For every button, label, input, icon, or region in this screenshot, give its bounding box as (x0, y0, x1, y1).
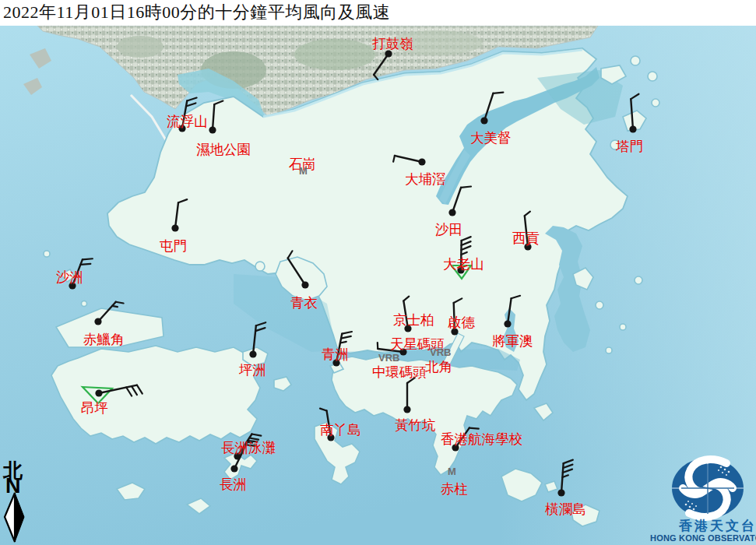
weather-map-page: 2022年11月01日16時00分的十分鐘平均風向及風速 北 N 香港天文台 H… (0, 0, 756, 545)
wind-barb-feather (83, 258, 93, 259)
station-dot (178, 125, 185, 132)
station-dot (448, 209, 455, 216)
station-dot (332, 359, 339, 366)
station-dot (557, 489, 564, 496)
station-dot (301, 281, 308, 288)
station-dot (504, 320, 511, 327)
wind-barb-feather (112, 306, 118, 307)
station-dot (230, 465, 237, 472)
station-dot (457, 266, 464, 273)
basalt-island (606, 347, 612, 353)
shelter-island (596, 301, 603, 309)
station-dot (249, 350, 256, 357)
map-title: 2022年11月01日16時00分的十分鐘平均風向及風速 (0, 0, 756, 25)
station-dot (524, 243, 531, 250)
kat-o (631, 56, 640, 65)
grass-island (610, 140, 620, 149)
hko-logo (672, 458, 744, 519)
hko-logo-name-en: HONG KONG OBSERVATORY (650, 533, 756, 543)
station-dot (94, 318, 101, 325)
station-dot (404, 325, 411, 332)
wind-barb-feather (469, 428, 479, 429)
jin-island (620, 324, 626, 330)
compass-label-n: N (5, 474, 21, 498)
ma-wan (255, 262, 265, 271)
bluff-island (635, 276, 642, 284)
wind-barb-staff (454, 303, 455, 332)
station-dot (171, 224, 178, 231)
lung-kwu-chau (44, 251, 50, 257)
hong-kong-map (0, 0, 756, 545)
wind-barb-feather (248, 441, 258, 441)
port-island (652, 99, 659, 107)
station-dot (451, 328, 458, 335)
station-dot (629, 125, 636, 132)
wind-barb-feather (493, 93, 503, 93)
station-dot (403, 406, 410, 413)
station-dot (327, 434, 334, 441)
hko-logo-name-zh: 香港天文台 (679, 517, 756, 535)
lantau-island (51, 346, 260, 444)
station-dot (480, 117, 487, 124)
station-dot (95, 389, 102, 396)
brothers-islet (82, 301, 87, 307)
title-bar: 2022年11月01日16時00分的十分鐘平均風向及風速 (0, 0, 756, 26)
wind-barb-feather (80, 264, 90, 265)
station-dot (452, 444, 459, 451)
crescent-island (648, 72, 657, 81)
station-dot (418, 158, 425, 165)
station-dot (385, 50, 392, 57)
station-dot (69, 282, 76, 289)
wind-barb-feather (461, 186, 471, 187)
station-dot (399, 348, 406, 355)
wind-barb-feather (246, 445, 255, 445)
station-dot (209, 126, 216, 133)
